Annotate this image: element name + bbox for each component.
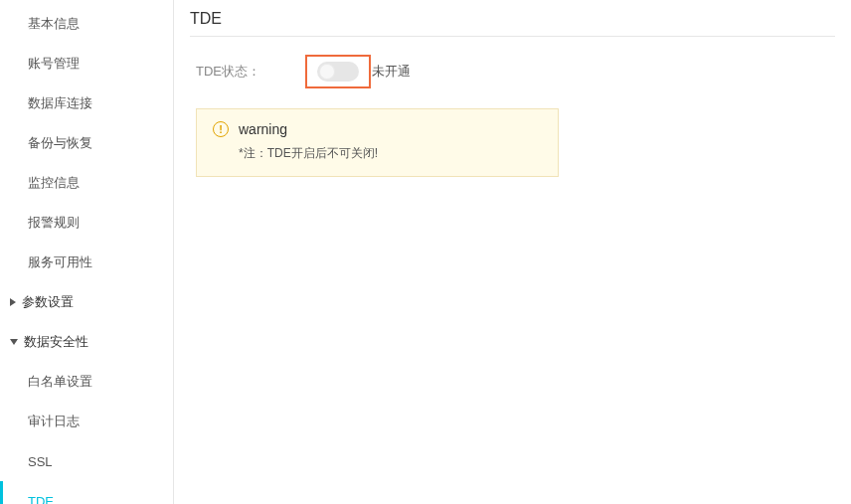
page-title: TDE xyxy=(190,8,835,37)
sidebar-item-label: 服务可用性 xyxy=(28,253,92,271)
sidebar-item-label: 报警规则 xyxy=(28,214,80,232)
sidebar-item-label: SSL xyxy=(28,454,53,469)
sidebar-item-label: 参数设置 xyxy=(22,293,74,311)
sidebar-item-db-connection[interactable]: 数据库连接 xyxy=(0,84,173,123)
sidebar-item-tde[interactable]: TDE xyxy=(0,481,173,504)
sidebar-item-data-security[interactable]: 数据安全性 xyxy=(0,322,173,362)
main-panel: TDE TDE状态： 未开通 ! warning *注：TDE开启后不可关闭! xyxy=(174,0,851,504)
chevron-down-icon xyxy=(10,339,18,345)
chevron-right-icon xyxy=(10,298,16,306)
warning-alert: ! warning *注：TDE开启后不可关闭! xyxy=(196,108,559,177)
alert-body: *注：TDE开启后不可关闭! xyxy=(213,145,542,162)
sidebar-item-label: TDE xyxy=(28,494,54,505)
sidebar-item-label: 监控信息 xyxy=(28,174,80,192)
sidebar-item-basic-info[interactable]: 基本信息 xyxy=(0,4,173,44)
tde-status-label: TDE状态： xyxy=(196,63,305,81)
sidebar-item-whitelist[interactable]: 白名单设置 xyxy=(0,362,173,402)
sidebar-item-availability[interactable]: 服务可用性 xyxy=(0,243,173,282)
sidebar-item-label: 数据库连接 xyxy=(28,94,92,112)
sidebar-item-alarm-rules[interactable]: 报警规则 xyxy=(0,203,173,243)
sidebar-item-audit-log[interactable]: 审计日志 xyxy=(0,402,173,441)
sidebar-item-backup[interactable]: 备份与恢复 xyxy=(0,123,173,163)
tde-status-value: 未开通 xyxy=(372,63,411,81)
sidebar-item-ssl[interactable]: SSL xyxy=(0,441,173,481)
alert-title: warning xyxy=(239,121,287,137)
tde-toggle[interactable] xyxy=(317,62,359,82)
warning-icon: ! xyxy=(213,121,229,137)
sidebar-item-label: 数据安全性 xyxy=(24,333,88,351)
sidebar-item-label: 备份与恢复 xyxy=(28,134,92,152)
sidebar-item-parameters[interactable]: 参数设置 xyxy=(0,282,173,322)
sidebar-item-label: 白名单设置 xyxy=(28,373,92,391)
sidebar-item-label: 基本信息 xyxy=(28,15,80,33)
toggle-highlight-box xyxy=(305,55,371,88)
sidebar: 基本信息 账号管理 数据库连接 备份与恢复 监控信息 报警规则 服务可用性 参数… xyxy=(0,0,174,504)
toggle-knob xyxy=(319,64,335,80)
sidebar-item-monitoring[interactable]: 监控信息 xyxy=(0,163,173,203)
sidebar-item-label: 审计日志 xyxy=(28,413,80,430)
tde-status-row: TDE状态： 未开通 xyxy=(196,55,835,88)
sidebar-item-label: 账号管理 xyxy=(28,55,80,73)
sidebar-item-account[interactable]: 账号管理 xyxy=(0,44,173,84)
alert-head: ! warning xyxy=(213,121,542,137)
